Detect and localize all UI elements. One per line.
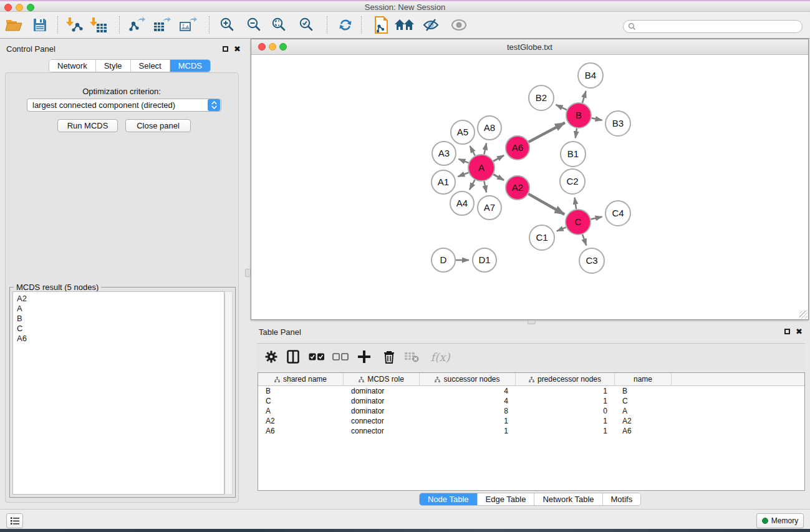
insert-column-icon[interactable] [283, 347, 303, 367]
table-cell[interactable]: B [258, 386, 344, 396]
mcds-result-list[interactable]: A2ABCA6 [12, 291, 224, 495]
mcds-result-item[interactable]: A2 [17, 294, 224, 304]
table-row[interactable]: Bdominator41B [258, 386, 804, 396]
unselect-all-columns-icon[interactable] [330, 347, 350, 367]
node-C4[interactable]: C4 [605, 201, 630, 226]
edge-A-A2[interactable] [493, 175, 504, 180]
node-C2[interactable]: C2 [560, 169, 585, 194]
node-D1[interactable]: D1 [473, 248, 496, 272]
search-field[interactable] [623, 20, 803, 33]
table-cell[interactable]: 0 [516, 406, 615, 416]
zoom-out-icon[interactable] [244, 14, 265, 36]
node-A6[interactable]: A6 [506, 136, 529, 160]
search-input[interactable] [636, 22, 792, 31]
table-cell[interactable]: C [258, 396, 344, 406]
table-cell[interactable]: 1 [516, 426, 615, 436]
network-canvas[interactable]: B4B2BB3A5A8A6A3B1AA1C2A2A4A7C4CC1C3DD1 [251, 55, 808, 319]
edge-A-A5[interactable] [470, 146, 475, 155]
table-cell[interactable]: A6 [258, 426, 344, 436]
vertical-splitter-handle[interactable] [245, 269, 251, 277]
select-all-columns-icon[interactable] [307, 347, 327, 367]
export-table-icon[interactable] [152, 14, 173, 36]
float-table-panel-icon[interactable] [784, 329, 790, 334]
optimization-criterion-dropdown[interactable]: largest connected component (directed) [27, 99, 221, 112]
tab-motifs[interactable]: Motifs [603, 493, 641, 505]
node-B3[interactable]: B3 [605, 111, 630, 136]
tab-network-table[interactable]: Network Table [534, 493, 602, 505]
column-header-predecessor-nodes[interactable]: predecessor nodes [516, 373, 615, 385]
import-table-icon[interactable] [88, 14, 109, 36]
task-history-button[interactable] [6, 513, 23, 528]
node-B2[interactable]: B2 [529, 85, 554, 110]
network-window-titlebar[interactable]: testGlobe.txt [251, 39, 808, 55]
table-cell[interactable]: C [615, 396, 672, 406]
network-from-selection-icon[interactable] [371, 14, 392, 36]
zoom-in-icon[interactable] [217, 14, 238, 36]
table-cell[interactable]: 1 [420, 416, 516, 426]
table-cell[interactable]: connector [344, 426, 420, 436]
edge-A-A6[interactable] [493, 155, 504, 161]
node-table[interactable]: shared nameMCDS rolesuccessor nodesprede… [258, 372, 805, 491]
delete-table-icon[interactable] [402, 347, 422, 367]
mcds-result-item[interactable]: A [17, 304, 224, 314]
open-file-icon[interactable] [3, 14, 24, 36]
table-cell[interactable]: 1 [516, 416, 615, 426]
edge-C-C1[interactable] [557, 227, 566, 231]
add-icon[interactable] [354, 347, 374, 367]
table-cell[interactable]: A2 [258, 416, 344, 426]
table-cell[interactable]: 8 [420, 406, 516, 416]
close-panel-button[interactable]: Close panel [125, 119, 191, 132]
table-cell[interactable]: A [258, 406, 344, 416]
close-table-panel-icon[interactable]: ✖ [796, 329, 803, 334]
table-cell[interactable]: A6 [615, 426, 672, 436]
table-cell[interactable]: dominator [344, 406, 420, 416]
table-cell[interactable]: dominator [344, 386, 420, 396]
table-cell[interactable]: 1 [516, 386, 615, 396]
edge-A-A8[interactable] [484, 143, 486, 154]
memory-button[interactable]: Memory [756, 513, 804, 528]
tab-style[interactable]: Style [96, 60, 131, 72]
edge-A6-B[interactable] [529, 123, 565, 142]
export-image-icon[interactable] [178, 14, 199, 36]
edge-B-B3[interactable] [592, 118, 602, 120]
column-header-shared-name[interactable]: shared name [258, 373, 344, 385]
node-A5[interactable]: A5 [451, 120, 475, 144]
zoom-selected-icon[interactable] [296, 14, 317, 36]
edge-A-A4[interactable] [470, 180, 475, 190]
import-network-icon[interactable] [64, 14, 85, 36]
node-A1[interactable]: A1 [432, 170, 455, 194]
tab-node-table[interactable]: Node Table [420, 493, 478, 505]
delete-icon[interactable] [379, 347, 399, 367]
edge-C-C3[interactable] [582, 235, 586, 246]
table-cell[interactable]: dominator [344, 396, 420, 406]
table-cell[interactable]: B [615, 386, 672, 396]
cybrowser-home-icon[interactable] [394, 14, 415, 36]
column-header-name[interactable]: name [615, 373, 672, 385]
table-options-gear-icon[interactable] [261, 347, 281, 367]
node-C1[interactable]: C1 [529, 225, 554, 250]
close-panel-icon[interactable]: ✖ [234, 46, 241, 52]
node-B[interactable]: B [566, 103, 591, 128]
table-cell[interactable]: connector [344, 416, 420, 426]
export-network-icon[interactable] [127, 14, 148, 36]
node-D[interactable]: D [432, 248, 455, 272]
tab-select[interactable]: Select [131, 60, 170, 72]
show-graphics-details-icon[interactable] [448, 14, 470, 36]
edge-C-C4[interactable] [591, 217, 602, 220]
mcds-result-scrollbar[interactable] [224, 291, 233, 495]
node-C[interactable]: C [566, 210, 591, 235]
table-cell[interactable]: 4 [420, 396, 516, 406]
window-resize-grip[interactable] [799, 311, 808, 319]
table-row[interactable]: A2connector11A2 [258, 416, 804, 426]
node-B4[interactable]: B4 [578, 63, 603, 88]
run-mcds-button[interactable]: Run MCDS [57, 119, 118, 132]
mcds-result-item[interactable]: C [17, 324, 224, 334]
edge-A-A3[interactable] [458, 159, 468, 163]
table-row[interactable]: A6connector11A6 [258, 426, 804, 436]
horizontal-splitter-handle[interactable] [528, 320, 536, 324]
node-A7[interactable]: A7 [478, 196, 501, 220]
save-session-icon[interactable] [29, 14, 51, 36]
table-cell[interactable]: 4 [420, 386, 516, 396]
edge-B-B1[interactable] [576, 128, 577, 138]
edge-B-B2[interactable] [556, 105, 567, 110]
